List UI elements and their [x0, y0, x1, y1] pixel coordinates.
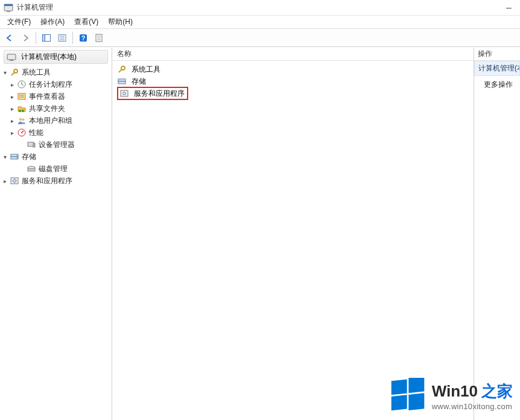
highlight-annotation: 服务和应用程序 — [117, 87, 188, 100]
menu-view[interactable]: 查看(V) — [69, 16, 103, 28]
svg-point-25 — [22, 119, 25, 121]
window-title: 计算机管理 — [17, 2, 53, 13]
title-bar: 计算机管理 – — [0, 0, 520, 16]
chevron-down-icon[interactable]: ▾ — [1, 69, 8, 76]
minimize-button[interactable]: – — [501, 2, 516, 13]
shared-folder-icon — [17, 104, 27, 113]
tree-node-system-tools[interactable]: ▾ 系统工具 — [0, 66, 112, 78]
tree-node-label: 任务计划程序 — [29, 80, 72, 90]
list-item-label: 系统工具 — [132, 64, 160, 75]
chevron-right-icon[interactable]: ▸ — [8, 129, 16, 136]
actions-panel: 操作 计算机管理(本地) 更多操作 — [474, 48, 520, 420]
tree-node-label: 设备管理器 — [39, 140, 75, 150]
svg-point-33 — [16, 157, 17, 158]
sheet-icon — [94, 33, 104, 43]
tree-panel: 计算机管理(本地) ▾ 系统工具 ▸ 任务计划程序 — [0, 48, 112, 420]
svg-rect-19 — [18, 93, 25, 99]
svg-point-23 — [22, 110, 24, 112]
users-icon — [17, 116, 27, 125]
chevron-right-icon[interactable]: ▸ — [8, 117, 16, 124]
list-item-label: 服务和应用程序 — [134, 89, 185, 99]
tree-node-label: 存储 — [22, 152, 36, 162]
svg-point-22 — [19, 110, 21, 112]
column-name-label: 名称 — [117, 49, 132, 59]
tree-node-label: 共享文件夹 — [29, 104, 65, 114]
device-icon — [27, 140, 36, 149]
event-log-icon — [17, 92, 27, 101]
tree-node-local-users[interactable]: ▸ 本地用户和组 — [0, 114, 112, 127]
svg-rect-39 — [118, 79, 125, 81]
arrow-left-icon — [5, 33, 14, 43]
toolbar-properties-button[interactable] — [55, 31, 69, 45]
storage-icon — [10, 152, 19, 161]
chevron-right-icon[interactable]: ▸ — [1, 177, 8, 184]
chevron-right-icon[interactable]: ▸ — [8, 81, 16, 88]
toolbar-forward-button[interactable] — [18, 31, 33, 45]
svg-rect-16 — [10, 60, 13, 61]
list-item-system-tools[interactable]: 系统工具 — [115, 63, 471, 75]
tree-node-task-scheduler[interactable]: ▸ 任务计划程序 — [0, 78, 112, 90]
disk-icon — [27, 164, 36, 174]
services-icon — [119, 89, 129, 98]
list-item-services-apps[interactable]: 服务和应用程序 — [115, 87, 471, 99]
svg-rect-15 — [7, 54, 16, 60]
tree-node-label: 本地用户和组 — [29, 116, 72, 126]
svg-rect-40 — [118, 81, 125, 84]
toolbar-help-button[interactable]: ? — [76, 31, 90, 45]
tree-node-performance[interactable]: ▸ 性能 — [0, 127, 112, 139]
tree-node-storage[interactable]: ▾ 存储 — [0, 151, 112, 163]
actions-more-link[interactable]: 更多操作 — [474, 76, 520, 91]
help-icon: ? — [78, 33, 88, 43]
list-icon — [57, 33, 67, 43]
work-area: 计算机管理(本地) ▾ 系统工具 ▸ 任务计划程序 — [0, 47, 520, 420]
tree-node-label: 事件查看器 — [29, 92, 65, 102]
tree-node-shared-folders[interactable]: ▸ 共享文件夹 — [0, 102, 112, 114]
tools-icon — [10, 67, 19, 77]
toolbar-separator — [36, 32, 36, 44]
tree-root-label: 计算机管理(本地) — [21, 52, 77, 62]
tree-node-event-viewer[interactable]: ▸ 事件查看器 — [0, 90, 112, 102]
chevron-down-icon[interactable]: ▾ — [1, 153, 8, 160]
tree-node-services-apps[interactable]: ▸ 服务和应用程序 — [0, 175, 112, 187]
list-panel: 名称 系统工具 存储 服务和应用程序 — [112, 48, 474, 420]
tree-node-label: 磁盘管理 — [39, 164, 68, 174]
chevron-right-icon[interactable]: ▸ — [8, 93, 16, 100]
menu-file[interactable]: 文件(F) — [2, 16, 36, 28]
computer-icon — [7, 52, 16, 62]
svg-point-32 — [16, 155, 17, 156]
tools-icon — [117, 64, 127, 74]
tree-node-disk-management[interactable]: ▸ 磁盘管理 — [0, 163, 112, 175]
toolbar-back-button[interactable] — [2, 31, 17, 45]
actions-header: 操作 — [474, 48, 520, 61]
panes-icon — [42, 33, 51, 43]
arrow-right-icon — [21, 33, 30, 43]
svg-point-27 — [21, 132, 22, 133]
toolbar-show-hide-button[interactable] — [39, 31, 54, 45]
svg-point-38 — [121, 66, 125, 70]
svg-rect-2 — [7, 11, 10, 12]
svg-point-35 — [28, 166, 35, 169]
chevron-right-icon[interactable]: ▸ — [8, 105, 16, 112]
svg-rect-1 — [4, 4, 13, 6]
clock-icon — [17, 80, 27, 89]
performance-icon — [17, 128, 27, 137]
menu-help[interactable]: 帮助(H) — [103, 16, 138, 28]
svg-point-24 — [19, 118, 22, 121]
toolbar: ? — [0, 29, 520, 47]
menu-bar: 文件(F) 操作(A) 查看(V) 帮助(H) — [0, 16, 520, 29]
list-item-label: 存储 — [132, 77, 146, 87]
tree-node-label: 服务和应用程序 — [22, 176, 72, 186]
list-item-storage[interactable]: 存储 — [115, 75, 471, 87]
menu-action[interactable]: 操作(A) — [36, 16, 69, 28]
tree-root[interactable]: 计算机管理(本地) — [4, 50, 108, 64]
list-column-header[interactable]: 名称 — [112, 48, 474, 61]
storage-icon — [117, 77, 127, 86]
toolbar-refresh-button[interactable] — [92, 31, 106, 45]
svg-text:?: ? — [81, 34, 86, 42]
svg-rect-4 — [43, 34, 45, 41]
tree-node-device-manager[interactable]: ▸ 设备管理器 — [0, 139, 112, 151]
svg-rect-41 — [121, 90, 128, 96]
actions-section-title: 计算机管理(本地) — [474, 61, 520, 76]
svg-point-17 — [14, 69, 17, 73]
tree-node-label: 性能 — [29, 128, 43, 138]
